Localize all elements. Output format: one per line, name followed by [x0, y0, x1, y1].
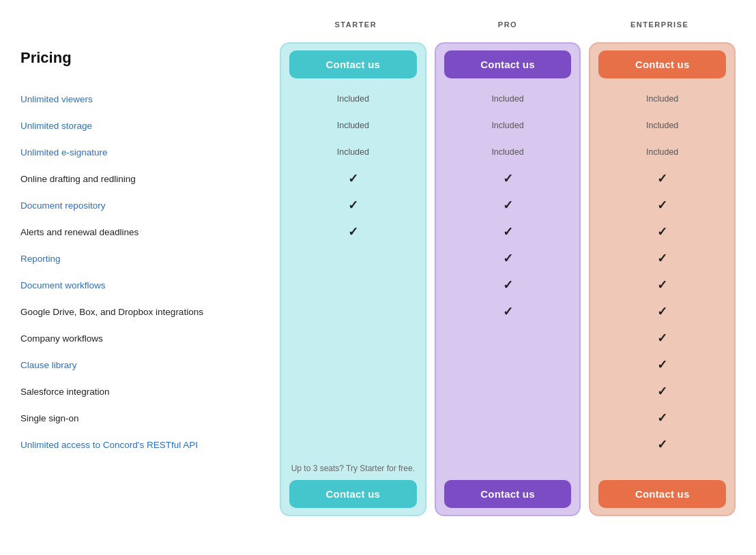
pro-feature-cell-5: ✓	[436, 218, 580, 245]
enterprise-feature-cell-6: ✓	[590, 245, 734, 271]
pro-feature-cell-2: Included	[436, 138, 580, 165]
enterprise-col-header: ENTERPRISE	[583, 14, 736, 35]
feature-name: Document repository	[20, 200, 106, 211]
enterprise-feature-cell-3: ✓	[590, 165, 734, 192]
enterprise-plan-col: Contact us IncludedIncludedIncluded✓✓✓✓✓…	[589, 42, 736, 516]
starter-feature-cell-0: Included	[281, 85, 425, 112]
enterprise-contact-bottom-button[interactable]: Contact us	[598, 480, 726, 508]
pro-feature-cell-13	[436, 431, 580, 457]
feature-name: Reporting	[20, 254, 61, 264]
enterprise-feature-cell-9: ✓	[590, 325, 734, 351]
feature-name: Unlimited e-signature	[20, 147, 108, 158]
feature-row: Reporting	[20, 245, 280, 272]
pro-feature-cell-0: Included	[436, 85, 580, 112]
pro-feature-cell-8: ✓	[436, 298, 580, 325]
enterprise-feature-cell-8: ✓	[590, 298, 734, 325]
pro-contact-bottom-button[interactable]: Contact us	[444, 480, 572, 508]
feature-row: Document workflows	[20, 272, 280, 299]
pro-contact-top-button[interactable]: Contact us	[444, 50, 572, 78]
pro-plan-col: Contact us IncludedIncludedIncluded✓✓✓✓✓…	[435, 42, 581, 516]
pro-col-header: PRO	[432, 14, 584, 35]
starter-feature-cell-13	[281, 431, 425, 457]
starter-feature-cell-9	[281, 325, 425, 351]
feature-row: Unlimited viewers	[20, 86, 280, 112]
feature-row: Google Drive, Box, and Dropbox integrati…	[20, 299, 280, 325]
feature-name: Salesforce integration	[20, 387, 110, 397]
feature-name: Document workflows	[20, 280, 106, 290]
feature-row: Clause library	[20, 352, 280, 378]
enterprise-feature-cell-10: ✓	[590, 351, 734, 378]
enterprise-contact-top-button[interactable]: Contact us	[598, 50, 726, 78]
enterprise-feature-cell-11: ✓	[590, 378, 734, 404]
starter-feature-cell-7	[281, 271, 425, 298]
starter-feature-cell-5: ✓	[281, 218, 425, 245]
feature-row: Online drafting and redlining	[20, 166, 280, 192]
feature-name: Unlimited viewers	[20, 94, 93, 104]
enterprise-feature-cell-1: Included	[590, 112, 734, 138]
pro-feature-cell-6: ✓	[436, 245, 580, 271]
starter-contact-bottom-button[interactable]: Contact us	[289, 480, 417, 508]
starter-feature-cell-8	[281, 298, 425, 325]
feature-name: Unlimited access to Concord's RESTful AP…	[20, 440, 198, 450]
pro-feature-cell-9	[436, 325, 580, 351]
feature-row: Company workflows	[20, 325, 280, 352]
starter-col-header: STARTER	[280, 14, 432, 35]
starter-feature-cell-2: Included	[281, 138, 425, 165]
feature-row: Alerts and renewal deadlines	[20, 219, 280, 245]
feature-row: Unlimited e-signature	[20, 139, 280, 166]
feature-name: Clause library	[20, 360, 77, 370]
enterprise-feature-cell-7: ✓	[590, 271, 734, 298]
feature-row: Single sign-on	[20, 405, 280, 432]
feature-list: Pricing Unlimited viewersUnlimited stora…	[20, 42, 280, 458]
feature-name: Single sign-on	[20, 413, 79, 423]
feature-name: Company workflows	[20, 333, 103, 344]
pro-feature-cell-10	[436, 351, 580, 378]
starter-feature-cell-10	[281, 351, 425, 378]
enterprise-feature-cell-4: ✓	[590, 192, 734, 218]
enterprise-feature-cell-13: ✓	[590, 431, 734, 457]
feature-name: Online drafting and redlining	[20, 174, 136, 184]
enterprise-feature-cell-12: ✓	[590, 404, 734, 431]
pro-feature-cell-11	[436, 378, 580, 404]
starter-feature-cell-4: ✓	[281, 192, 425, 218]
starter-feature-cell-3: ✓	[281, 165, 425, 192]
feature-row: Document repository	[20, 192, 280, 219]
feature-name: Google Drive, Box, and Dropbox integrati…	[20, 307, 203, 317]
feature-name: Unlimited storage	[20, 121, 92, 131]
pro-feature-cell-7: ✓	[436, 271, 580, 298]
starter-feature-cell-6	[281, 245, 425, 271]
starter-feature-cell-12	[281, 404, 425, 431]
starter-plan-col: Contact us IncludedIncludedIncluded✓✓✓ U…	[280, 42, 426, 516]
starter-contact-top-button[interactable]: Contact us	[289, 50, 417, 78]
pro-feature-cell-1: Included	[436, 112, 580, 138]
starter-note: Up to 3 seats? Try Starter for free.	[289, 463, 417, 475]
pro-feature-cell-4: ✓	[436, 192, 580, 218]
starter-feature-cell-11	[281, 378, 425, 404]
enterprise-feature-cell-0: Included	[590, 85, 734, 112]
feature-row: Unlimited storage	[20, 112, 280, 139]
feature-row: Salesforce integration	[20, 378, 280, 405]
starter-feature-cell-1: Included	[281, 112, 425, 138]
feature-name: Alerts and renewal deadlines	[20, 227, 139, 237]
plans-wrapper: Contact us IncludedIncludedIncluded✓✓✓ U…	[280, 42, 736, 516]
page-title: Pricing	[20, 49, 280, 67]
feature-row: Unlimited access to Concord's RESTful AP…	[20, 432, 280, 458]
pro-feature-cell-3: ✓	[436, 165, 580, 192]
pro-feature-cell-12	[436, 404, 580, 431]
enterprise-feature-cell-5: ✓	[590, 218, 734, 245]
enterprise-feature-cell-2: Included	[590, 138, 734, 165]
